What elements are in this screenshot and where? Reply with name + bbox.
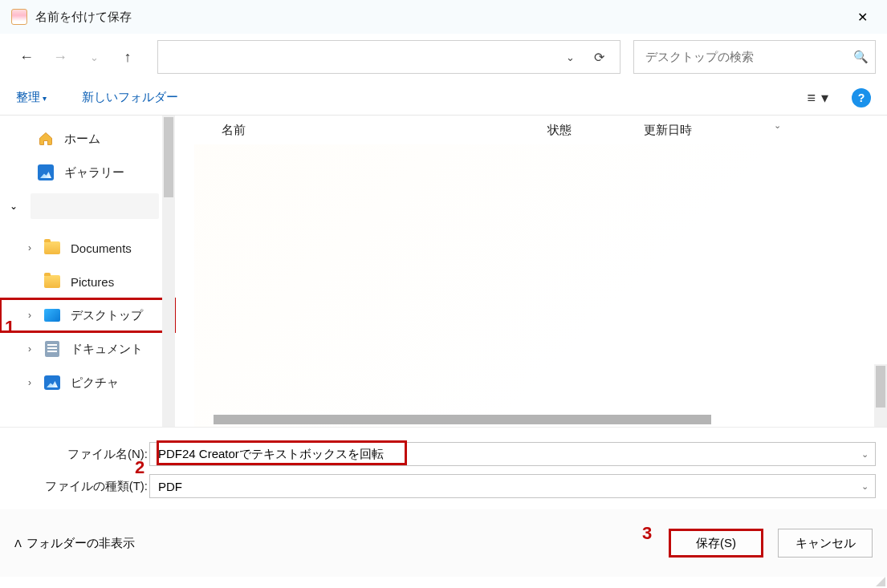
back-button[interactable]: ← xyxy=(11,39,42,75)
tree-item-user[interactable]: ⌄ xyxy=(0,189,175,223)
tree-item-label: Pictures xyxy=(71,275,114,289)
filename-input[interactable]: PDF24 Creatorでテキストボックスを回転 ⌄ xyxy=(149,442,876,466)
picture-icon xyxy=(43,374,61,391)
list-fade xyxy=(194,144,887,427)
new-folder-button[interactable]: 新しいフォルダー xyxy=(82,90,178,105)
tree-item-label: ギャラリー xyxy=(64,165,124,180)
expander-icon[interactable]: › xyxy=(21,377,39,388)
tree-item-desktop[interactable]: › デスクトップ xyxy=(0,298,175,332)
tree-item-home[interactable]: ホーム xyxy=(0,122,175,156)
vertical-scrollbar-thumb[interactable] xyxy=(876,366,885,408)
window-title: 名前を付けて保存 xyxy=(35,10,844,25)
tree-item-document-jp[interactable]: › ドキュメント xyxy=(0,332,175,366)
view-menu[interactable]: ≡ ▾ xyxy=(807,89,829,107)
expander-icon[interactable]: ⌄ xyxy=(5,201,22,212)
title-bar: 名前を付けて保存 ✕ xyxy=(0,0,887,34)
toolbar: 整理 新しいフォルダー ≡ ▾ ? xyxy=(0,80,887,116)
save-button[interactable]: 保存(S) xyxy=(669,529,763,558)
forward-button[interactable]: → xyxy=(45,39,75,75)
address-bar[interactable]: ⌄ ⟳ xyxy=(157,40,620,74)
column-overflow-icon[interactable]: ⌄ xyxy=(774,120,781,131)
resize-grip[interactable] xyxy=(874,575,885,586)
horizontal-scrollbar[interactable] xyxy=(194,412,874,427)
search-box[interactable]: デスクトップの検索 🔍 xyxy=(633,40,876,74)
tree-item-label: ピクチャ xyxy=(71,375,119,391)
tree-item-label: ホーム xyxy=(64,132,100,147)
filename-value: PDF24 Creatorでテキストボックスを回転 xyxy=(158,447,861,462)
recent-dropdown[interactable]: ⌄ xyxy=(79,39,109,75)
close-button[interactable]: ✕ xyxy=(844,0,881,34)
tree-item-pictures[interactable]: › Pictures xyxy=(0,265,175,298)
chevron-up-icon: ᐱ xyxy=(14,537,22,549)
navigation-bar: ← → ⌄ ↑ ⌄ ⟳ デスクトップの検索 🔍 xyxy=(0,34,887,80)
annotation-3: 3 xyxy=(642,523,652,544)
desktop-icon xyxy=(43,306,61,324)
search-icon[interactable]: 🔍 xyxy=(853,50,869,64)
gallery-icon xyxy=(37,164,55,181)
user-label-redacted xyxy=(31,193,159,219)
vertical-scrollbar[interactable] xyxy=(874,364,887,427)
footer: ᐱ フォルダーの非表示 保存(S) キャンセル xyxy=(0,509,887,577)
sidebar-scrollbar-track[interactable] xyxy=(162,116,175,427)
document-icon xyxy=(43,340,61,358)
annotation-1: 1 xyxy=(5,317,14,338)
cancel-button[interactable]: キャンセル xyxy=(778,529,873,558)
navigation-tree: ホーム ギャラリー ⌄ › Documents › Pictures › デスク… xyxy=(0,116,175,427)
filetype-select[interactable]: PDF ⌄ xyxy=(149,474,876,498)
search-placeholder: デスクトップの検索 xyxy=(645,50,853,65)
column-header-modified[interactable]: 更新日時 xyxy=(644,123,887,138)
expander-icon[interactable]: › xyxy=(21,310,39,321)
form-area: ファイル名(N): PDF24 Creatorでテキストボックスを回転 ⌄ ファ… xyxy=(0,427,887,509)
file-list: 名前 状態 更新日時 ⌄ xyxy=(175,116,887,427)
column-header-status[interactable]: 状態 xyxy=(547,123,644,138)
tree-item-label: Documents xyxy=(71,241,132,255)
tree-item-label: デスクトップ xyxy=(71,308,143,323)
folder-icon xyxy=(43,273,61,290)
filename-label: ファイル名(N): xyxy=(11,447,149,462)
home-icon xyxy=(37,130,55,148)
expander-icon[interactable]: › xyxy=(21,242,39,253)
horizontal-scrollbar-thumb[interactable] xyxy=(214,415,711,424)
column-header-name[interactable]: 名前 xyxy=(194,123,547,138)
hide-folders-label: フォルダーの非表示 xyxy=(26,536,135,551)
tree-item-documents[interactable]: › Documents xyxy=(0,231,175,265)
up-button[interactable]: ↑ xyxy=(112,39,143,75)
organize-menu[interactable]: 整理 xyxy=(16,90,47,105)
app-icon xyxy=(11,9,27,25)
hide-folders-toggle[interactable]: ᐱ フォルダーの非表示 xyxy=(14,536,135,551)
filetype-value: PDF xyxy=(158,480,861,493)
dropdown-icon[interactable]: ⌄ xyxy=(861,481,869,492)
tree-item-picture-jp[interactable]: › ピクチャ xyxy=(0,366,175,399)
address-dropdown-icon[interactable]: ⌄ xyxy=(555,51,584,63)
column-header-row: 名前 状態 更新日時 ⌄ xyxy=(194,116,887,144)
file-list-body[interactable] xyxy=(194,144,887,427)
folder-icon xyxy=(43,239,61,257)
tree-item-gallery[interactable]: ギャラリー xyxy=(0,156,175,189)
expander-icon[interactable]: › xyxy=(21,343,39,355)
main-area: ホーム ギャラリー ⌄ › Documents › Pictures › デスク… xyxy=(0,116,887,427)
refresh-icon[interactable]: ⟳ xyxy=(584,50,613,65)
sidebar-scrollbar-thumb[interactable] xyxy=(164,117,173,197)
help-button[interactable]: ? xyxy=(852,88,871,107)
filetype-label: ファイルの種類(T): xyxy=(11,479,149,494)
dropdown-icon[interactable]: ⌄ xyxy=(861,449,869,460)
annotation-2: 2 xyxy=(135,457,144,478)
tree-item-label: ドキュメント xyxy=(71,342,143,357)
